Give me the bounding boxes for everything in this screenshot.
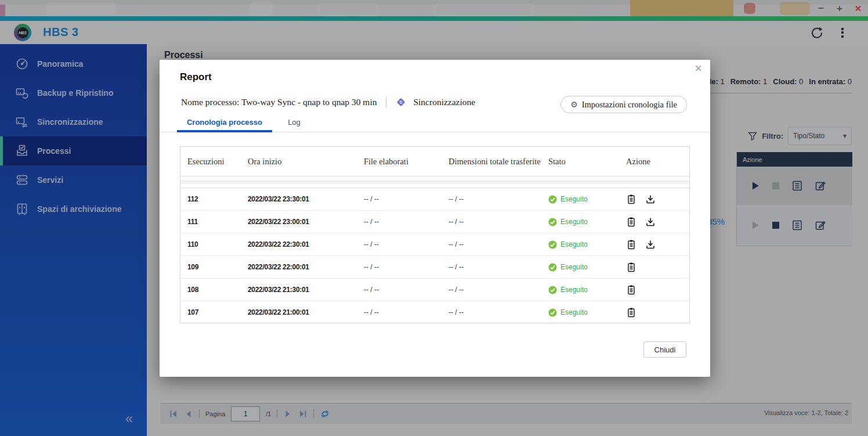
history-table-header: Esecuzioni Ora inizio File elaborati Dim…	[180, 147, 689, 176]
process-info-divider	[386, 97, 386, 107]
status-text: Eseguito	[560, 308, 588, 316]
row-actions	[626, 239, 689, 250]
modal-title: Report	[180, 71, 212, 83]
total-size-transferred: -- / --	[449, 286, 548, 294]
table-row: 1102022/03/22 22:30:01-- / ---- / --Eseg…	[180, 233, 689, 256]
gear-icon: ⚙	[570, 100, 578, 109]
total-size-transferred: -- / --	[449, 308, 548, 316]
view-log-button[interactable]	[626, 284, 636, 295]
run-number: 109	[187, 263, 248, 271]
status-badge: Eseguito	[548, 263, 626, 272]
files-processed: -- / --	[364, 308, 449, 316]
start-time: 2022/03/22 23:30:01	[248, 195, 364, 203]
status-badge: Eseguito	[548, 240, 626, 249]
download-report-button[interactable]	[645, 194, 656, 204]
start-time: 2022/03/22 21:30:01	[248, 286, 364, 294]
view-log-button[interactable]	[626, 307, 636, 318]
history-table: Esecuzioni Ora inizio File elaborati Dim…	[180, 146, 690, 323]
run-number: 110	[187, 240, 248, 248]
process-name: Two-way Sync - qnap to qnap 30 min	[241, 97, 377, 107]
download-report-button[interactable]	[645, 239, 656, 250]
column-header: Ora inizio	[248, 157, 364, 167]
view-log-button[interactable]	[626, 194, 636, 204]
table-row: 1072022/03/22 21:00:01-- / ---- / --Eseg…	[180, 301, 689, 323]
row-actions	[626, 194, 689, 204]
table-row: 1112022/03/22 23:00:01-- / ---- / --Eseg…	[180, 211, 689, 233]
files-processed: -- / --	[364, 263, 449, 271]
run-number: 108	[187, 286, 248, 294]
run-number: 112	[187, 195, 248, 203]
view-log-button[interactable]	[626, 217, 636, 227]
process-info-line: Nome processo: Two-way Sync - qnap to qn…	[181, 97, 475, 107]
report-modal: × Report Nome processo: Two-way Sync - q…	[160, 60, 710, 377]
check-circle-icon	[548, 218, 557, 226]
column-header: File elaborati	[364, 157, 449, 167]
table-row: 1082022/03/22 21:30:01-- / ---- / --Eseg…	[180, 279, 689, 301]
start-time: 2022/03/22 22:00:01	[248, 263, 364, 271]
total-size-transferred: -- / --	[449, 218, 548, 226]
run-number: 107	[187, 308, 248, 316]
view-log-button[interactable]	[626, 239, 636, 250]
row-actions	[626, 284, 689, 295]
check-circle-icon	[548, 240, 557, 249]
sync-type-icon	[396, 97, 406, 107]
check-circle-icon	[548, 286, 557, 294]
download-report-button[interactable]	[645, 217, 656, 227]
total-size-transferred: -- / --	[449, 195, 548, 203]
active-tab-indicator	[177, 130, 272, 132]
modal-close-icon[interactable]: ×	[695, 62, 702, 75]
files-processed: -- / --	[364, 240, 449, 248]
file-history-settings-button[interactable]: ⚙ Impostazioni cronologia file	[560, 96, 687, 113]
status-badge: Eseguito	[548, 286, 626, 294]
status-badge: Eseguito	[548, 195, 626, 204]
table-row: 1092022/03/22 22:00:01-- / ---- / --Eseg…	[180, 256, 689, 279]
files-processed: -- / --	[364, 195, 449, 203]
status-text: Eseguito	[560, 263, 588, 271]
check-circle-icon	[548, 308, 557, 317]
table-horizontal-scrollbar[interactable]	[180, 181, 689, 188]
column-header: Dimensioni totale trasferite	[449, 157, 548, 167]
column-header: Azione	[626, 157, 689, 167]
status-badge: Eseguito	[548, 308, 626, 317]
row-actions	[626, 262, 689, 272]
files-processed: -- / --	[364, 218, 449, 226]
settings-button-label: Impostazioni cronologia file	[582, 100, 677, 110]
table-row: 1122022/03/22 23:30:01-- / ---- / --Eseg…	[180, 188, 689, 211]
tab-log[interactable]: Log	[272, 118, 316, 127]
app-window: − + ✕ HBS HBS 3 Panoramica	[0, 0, 868, 436]
column-header: Esecuzioni	[187, 157, 248, 167]
total-size-transferred: -- / --	[449, 240, 548, 248]
row-actions	[626, 307, 689, 318]
modal-close-button[interactable]: Chiudi	[643, 341, 686, 358]
run-number: 111	[187, 218, 248, 226]
process-name-label: Nome processo:	[181, 97, 239, 107]
check-circle-icon	[548, 195, 557, 204]
files-processed: -- / --	[364, 286, 449, 294]
status-text: Eseguito	[560, 286, 588, 294]
total-size-transferred: -- / --	[449, 263, 548, 271]
status-text: Eseguito	[560, 240, 588, 248]
view-log-button[interactable]	[626, 262, 636, 272]
start-time: 2022/03/22 23:00:01	[248, 218, 364, 226]
column-header: Stato	[548, 157, 626, 167]
status-text: Eseguito	[560, 195, 588, 203]
check-circle-icon	[548, 263, 557, 272]
start-time: 2022/03/22 21:00:01	[248, 308, 364, 316]
row-actions	[626, 217, 689, 227]
status-badge: Eseguito	[548, 218, 626, 226]
status-text: Eseguito	[560, 218, 588, 226]
tab-cronologia-processo[interactable]: Cronologia processo	[177, 118, 272, 127]
start-time: 2022/03/22 22:30:01	[248, 240, 364, 248]
process-type: Sincronizzazione	[413, 97, 475, 107]
